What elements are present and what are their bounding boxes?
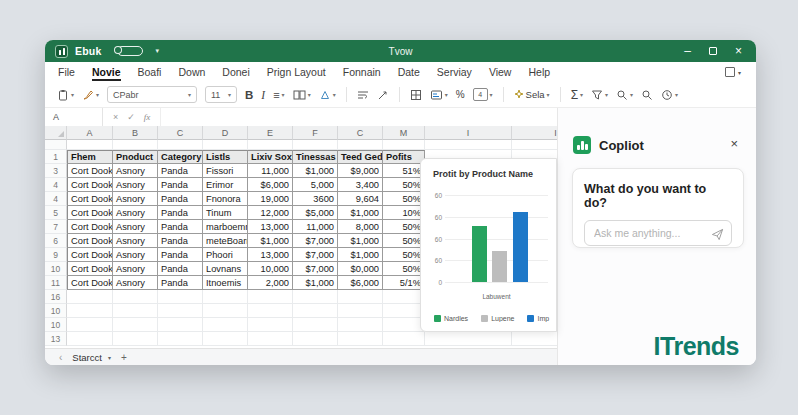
cell[interactable] [67,318,113,332]
search-button[interactable] [641,89,653,101]
cell[interactable] [293,332,338,346]
table-cell[interactable]: Phoori [203,248,248,262]
cell[interactable] [67,304,113,318]
column-header[interactable]: D [203,126,248,140]
cell[interactable] [293,304,338,318]
cell[interactable] [158,332,203,346]
table-cell[interactable]: Fissori [203,164,248,178]
cell[interactable] [158,318,203,332]
cell[interactable] [425,140,512,150]
table-cell[interactable]: 50% [383,234,425,248]
menu-item-novie[interactable]: Novie [92,64,121,81]
table-cell[interactable]: $6,000 [248,178,293,192]
table-cell[interactable]: Asnory [113,234,158,248]
table-cell[interactable]: Tinum [203,206,248,220]
cell[interactable] [248,304,293,318]
cell[interactable] [248,318,293,332]
table-cell[interactable]: 3600 [293,192,338,206]
table-cell[interactable]: 13,000 [248,248,293,262]
cell[interactable] [248,290,293,304]
cell[interactable] [383,304,425,318]
table-cell[interactable]: $7,000 [293,262,338,276]
align-button[interactable]: ≡ ▾ [273,89,284,101]
table-cell[interactable]: Panda [158,248,203,262]
find-select-button[interactable]: ▾ [616,89,633,101]
cell[interactable] [203,318,248,332]
chevron-down-icon[interactable]: ▾ [155,47,159,55]
chart-bar[interactable] [513,212,528,282]
cell[interactable] [113,290,158,304]
table-cell[interactable]: Cort Dook [67,234,113,248]
copilot-input[interactable] [584,220,732,246]
close-button[interactable]: × [735,44,742,58]
cell[interactable] [383,290,425,304]
table-cell[interactable]: 8,000 [338,220,383,234]
menu-item-boafi[interactable]: Boafi [138,64,162,81]
cell[interactable] [512,140,557,150]
table-cell[interactable]: Itnoemis [203,276,248,290]
table-cell[interactable]: $7,000 [293,248,338,262]
cell[interactable] [67,332,113,346]
table-header-cell[interactable]: Teed Ged [338,150,383,164]
cell[interactable] [383,332,425,346]
table-cell[interactable]: 10% [383,206,425,220]
conditional-format-button[interactable]: ▾ [430,89,448,101]
table-cell[interactable]: Cort Dook [67,276,113,290]
cell[interactable] [338,304,383,318]
menu-item-help[interactable]: Help [528,64,550,81]
table-cell[interactable]: meteBoarm [203,234,248,248]
sort-filter-button[interactable]: ▾ [591,89,608,101]
table-cell[interactable]: Asnory [113,262,158,276]
cell[interactable] [293,140,338,150]
table-cell[interactable]: Panda [158,220,203,234]
table-cell[interactable]: 50% [383,262,425,276]
cell[interactable] [338,140,383,150]
sheet-tab[interactable]: Starcct ▾ [72,352,111,363]
insert-function-icon[interactable]: fx [144,112,151,122]
chart-bar[interactable] [472,226,487,282]
table-cell[interactable]: Asnory [113,220,158,234]
chart-card[interactable]: Protit by Product Name 606060600 Labuwen… [420,158,557,332]
paste-button[interactable]: ▾ [57,89,74,101]
wrap-text-button[interactable] [357,89,369,101]
table-cell[interactable]: 50% [383,220,425,234]
table-cell[interactable]: Cort Dook [67,164,113,178]
merge-cells-button[interactable]: ▾ [293,89,311,101]
cell[interactable] [158,290,203,304]
table-cell[interactable]: $7,000 [293,234,338,248]
cell[interactable] [338,332,383,346]
table-cell[interactable]: Panda [158,178,203,192]
font-size-select[interactable]: 11 ▾ [205,86,237,103]
cell[interactable] [203,140,248,150]
table-cell[interactable]: Panda [158,276,203,290]
table-cell[interactable]: $1,000 [338,206,383,220]
font-name-select[interactable]: CPabr ▾ [107,86,197,103]
chart-bar[interactable] [492,251,507,282]
enter-icon[interactable]: ✓ [127,112,135,122]
cell[interactable] [425,332,512,346]
table-cell[interactable]: Asnory [113,276,158,290]
table-cell[interactable]: 13,000 [248,220,293,234]
menu-item-file[interactable]: File [58,64,75,81]
table-cell[interactable]: $6,000 [338,276,383,290]
format-painter-button[interactable]: ▾ [82,89,99,101]
italic-button[interactable]: I [261,89,265,101]
table-cell[interactable]: Erimor [203,178,248,192]
cell[interactable] [113,318,158,332]
table-cell[interactable]: Panda [158,164,203,178]
borders-button[interactable] [410,89,422,101]
table-cell[interactable]: $9,000 [338,164,383,178]
column-header[interactable]: I [512,126,557,140]
cell[interactable] [383,318,425,332]
column-header[interactable]: C [158,126,203,140]
cell[interactable] [203,290,248,304]
menu-item-fonnain[interactable]: Fonnain [343,64,381,81]
sheet-nav-icon[interactable]: ‹ [59,352,62,363]
table-cell[interactable]: Asnory [113,192,158,206]
table-header-cell[interactable]: Listls [203,150,248,164]
table-cell[interactable]: 12,000 [248,206,293,220]
name-box[interactable]: A [45,108,103,126]
column-header[interactable]: I [425,126,512,140]
table-cell[interactable]: 5,000 [293,178,338,192]
cell[interactable] [113,304,158,318]
